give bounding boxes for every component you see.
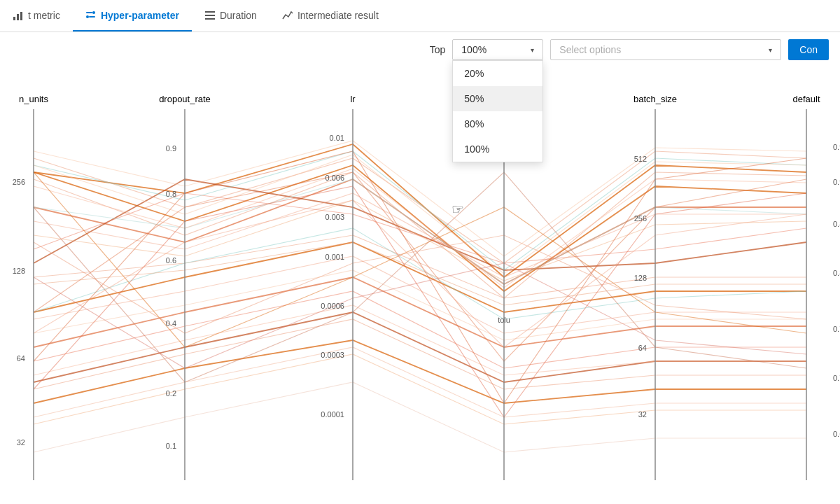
- tick-dropout-09: 0.9: [166, 144, 176, 153]
- tick-lr-001: 0.01: [330, 134, 344, 142]
- svg-point-4: [92, 11, 95, 14]
- tick-n-units-256: 256: [13, 178, 25, 186]
- tick-n-units-64: 64: [17, 354, 25, 363]
- svg-rect-1: [17, 14, 19, 20]
- tick-tolu: tolu: [498, 316, 510, 324]
- svg-rect-5: [89, 16, 95, 18]
- tick-batch-256: 256: [634, 214, 647, 223]
- sliders-icon: [85, 10, 97, 21]
- tick-dropout-01: 0.1: [166, 442, 176, 450]
- option-20[interactable]: 20%: [453, 61, 542, 86]
- parallel-coordinates-chart: .pc-line { fill: none; stroke-width: 1.2…: [0, 67, 840, 504]
- select-options-placeholder: Select options: [559, 44, 621, 55]
- line-chart-icon: [282, 10, 293, 21]
- top-dropdown[interactable]: 100% ▾: [452, 39, 543, 60]
- tick-default-06: 0.6: [833, 430, 840, 438]
- select-options-dropdown[interactable]: Select options ▾: [550, 39, 781, 60]
- tick-default-07b: 0.7: [833, 374, 840, 382]
- svg-rect-9: [205, 18, 215, 20]
- tick-dropout-02: 0.2: [166, 389, 176, 398]
- tick-default-08a: 0.8: [833, 220, 840, 228]
- svg-point-6: [86, 15, 89, 18]
- axis-n-units-label: n_units: [19, 94, 48, 104]
- tick-lr-0006: 0.006: [325, 174, 344, 182]
- cursor-pointer-icon: ☞: [451, 202, 464, 217]
- select-options-chevron-icon: ▾: [769, 46, 772, 54]
- axis-dropout-rate-label: dropout_rate: [159, 94, 211, 104]
- tick-lr-00006: 0.0006: [321, 302, 344, 310]
- configure-button[interactable]: Con: [788, 39, 829, 60]
- tick-n-units-128: 128: [13, 267, 25, 275]
- tab-bar: t metric Hyper-parameter Duration Interm…: [0, 0, 840, 32]
- axis-lr-label: lr: [350, 94, 356, 104]
- top-dropdown-value: 100%: [461, 44, 486, 55]
- tick-batch-128: 128: [634, 274, 647, 282]
- tab-intermediate-result-label: Intermediate result: [298, 10, 379, 21]
- tick-n-units-32: 32: [17, 438, 25, 447]
- tick-default-07a: 0.7: [833, 325, 840, 333]
- tick-dropout-06: 0.6: [166, 256, 176, 265]
- svg-rect-8: [205, 15, 215, 16]
- tick-lr-0003: 0.003: [325, 213, 344, 221]
- tick-lr-00001: 0.0001: [321, 410, 344, 419]
- tab-t-metric-label: t metric: [28, 10, 60, 21]
- svg-rect-7: [205, 11, 215, 13]
- axis-batch-size-label: batch_size: [634, 94, 677, 104]
- tick-default-09b: 0.9: [833, 178, 840, 186]
- tick-lr-0001: 0.001: [325, 253, 344, 261]
- chevron-down-icon: ▾: [531, 46, 534, 54]
- option-50[interactable]: 50%: [453, 86, 542, 111]
- top-dropdown-menu: 20% 50% 80% 100%: [452, 60, 543, 162]
- tab-duration[interactable]: Duration: [192, 0, 270, 31]
- controls-row: Top 100% ▾ 20% 50% 80% 100% Select optio…: [0, 32, 840, 67]
- axis-default-label: default: [792, 94, 820, 104]
- tick-lr-00003: 0.0003: [321, 351, 344, 359]
- tab-duration-label: Duration: [220, 10, 257, 21]
- svg-rect-3: [86, 12, 92, 13]
- option-100[interactable]: 100%: [453, 136, 542, 162]
- tick-batch-64: 64: [638, 344, 647, 352]
- tab-hyper-parameter[interactable]: Hyper-parameter: [73, 0, 192, 31]
- option-80[interactable]: 80%: [453, 111, 542, 136]
- chart-area: .pc-line { fill: none; stroke-width: 1.2…: [0, 67, 840, 504]
- svg-rect-2: [20, 12, 22, 20]
- top-label: Top: [430, 44, 446, 55]
- chart-icon: [13, 10, 24, 21]
- tab-hyper-parameter-label: Hyper-parameter: [101, 10, 179, 21]
- tick-batch-512: 512: [634, 155, 647, 163]
- tab-intermediate-result[interactable]: Intermediate result: [270, 0, 391, 31]
- top-dropdown-container: 100% ▾ 20% 50% 80% 100%: [452, 39, 543, 60]
- tab-t-metric[interactable]: t metric: [0, 0, 73, 31]
- list-icon: [204, 10, 216, 21]
- tick-dropout-08: 0.8: [166, 190, 176, 198]
- tick-batch-32: 32: [638, 410, 647, 419]
- tick-dropout-04: 0.4: [166, 319, 176, 328]
- tick-default-09a: 0.9: [833, 143, 840, 151]
- svg-rect-0: [13, 17, 15, 20]
- tick-default-08b: 0.8: [833, 269, 840, 277]
